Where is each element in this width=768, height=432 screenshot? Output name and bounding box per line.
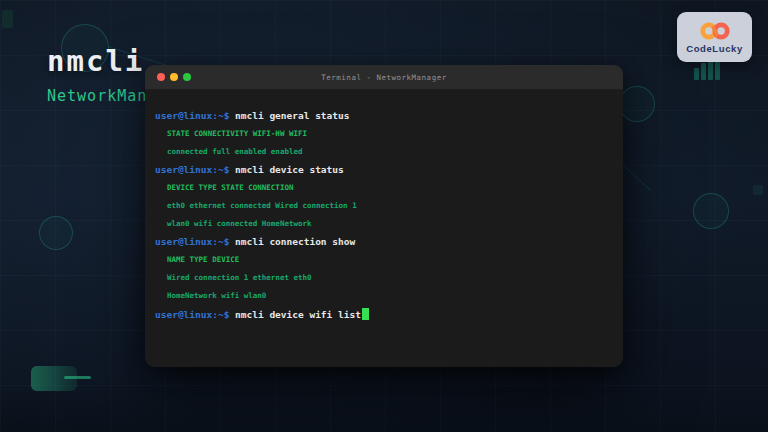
decorative-square [753,185,763,195]
command-text: nmcli general status [229,110,349,121]
codelucky-logo-badge: CodeLucky [677,12,752,62]
terminal-line: connected full enabled enabled [155,142,611,160]
output-text: connected full enabled enabled [167,147,302,156]
brand-name: CodeLucky [686,43,743,54]
terminal-line: user@linux:~$ nmcli connection show [155,233,611,251]
output-header: NAME TYPE DEVICE [167,255,239,264]
terminal-lines[interactable]: user@linux:~$ nmcli general statusSTATE … [145,90,623,323]
command-text: nmcli connection show [229,236,355,247]
command-text: nmcli device wifi list [229,309,361,320]
terminal-line: NAME TYPE DEVICE [155,251,611,269]
output-text: Wired connection 1 ethernet eth0 [167,273,312,282]
infinity-icon [694,20,736,42]
terminal-line: DEVICE TYPE STATE CONNECTION [155,178,611,196]
terminal-line: user@linux:~$ nmcli device wifi list [155,305,611,323]
decorative-circle [619,86,655,122]
decorative-dash [64,376,91,379]
terminal-line: user@linux:~$ nmcli general status [155,106,611,124]
output-text: eth0 ethernet connected Wired connection… [167,201,357,210]
terminal-line: wlan0 wifi connected HomeNetwork [155,215,611,233]
terminal-window: Terminal - NetworkManager user@linux:~$ … [145,65,623,367]
terminal-line: STATE CONNECTIVITY WIFI-HW WIFI [155,124,611,142]
terminal-line: Wired connection 1 ethernet eth0 [155,269,611,287]
decorative-circle [693,193,729,229]
decorative-square [2,10,13,28]
decorative-circle [39,216,73,250]
terminal-line: eth0 ethernet connected Wired connection… [155,196,611,214]
shell-prompt: user@linux:~$ [155,110,229,121]
page-subtitle: NetworkMana [47,87,157,105]
shell-prompt: user@linux:~$ [155,309,229,320]
terminal-titlebar[interactable]: Terminal - NetworkManager [145,65,623,90]
window-title: Terminal - NetworkManager [145,73,623,82]
shell-prompt: user@linux:~$ [155,236,229,247]
output-header: STATE CONNECTIVITY WIFI-HW WIFI [167,129,307,138]
terminal-line: user@linux:~$ nmcli device status [155,160,611,178]
page-title: nmcli [47,44,157,78]
hero-section: nmcli NetworkMana [47,44,157,105]
shell-prompt: user@linux:~$ [155,164,229,175]
output-header: DEVICE TYPE STATE CONNECTION [167,183,293,192]
terminal-cursor [362,308,369,320]
output-text: HomeNetwork wifi wlan0 [167,291,266,300]
terminal-line: HomeNetwork wifi wlan0 [155,287,611,305]
output-text: wlan0 wifi connected HomeNetwork [167,219,312,228]
command-text: nmcli device status [229,164,343,175]
